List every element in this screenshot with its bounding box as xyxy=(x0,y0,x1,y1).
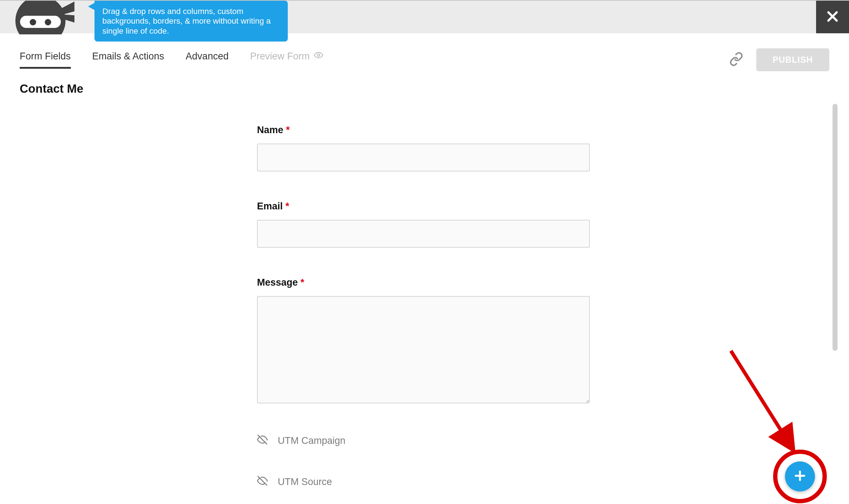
hidden-field-label: UTM Campaign xyxy=(278,435,345,446)
field-message[interactable]: Message * xyxy=(257,277,590,405)
tab-preview-form[interactable]: Preview Form xyxy=(250,50,324,69)
close-button[interactable] xyxy=(816,1,849,33)
form-title: Contact Me xyxy=(0,71,849,96)
required-marker: * xyxy=(286,125,290,135)
top-banner: Drag & drop rows and columns, custom bac… xyxy=(0,1,849,33)
tab-label: Advanced xyxy=(186,51,229,62)
svg-point-2 xyxy=(30,19,36,25)
plus-icon xyxy=(794,469,806,484)
publish-button[interactable]: PUBLISH xyxy=(756,48,829,71)
required-marker: * xyxy=(286,201,290,212)
close-icon xyxy=(825,9,840,25)
name-input[interactable] xyxy=(257,144,590,171)
link-icon[interactable] xyxy=(729,52,743,68)
tooltip-text: Drag & drop rows and columns, custom bac… xyxy=(102,7,271,35)
field-label: Message * xyxy=(257,277,590,288)
message-textarea[interactable] xyxy=(257,296,590,403)
svg-point-3 xyxy=(45,19,51,25)
tab-label: Preview Form xyxy=(250,51,310,62)
add-field-button[interactable] xyxy=(785,461,815,491)
form-canvas: Name * Email * Message * xyxy=(0,94,849,504)
eye-slash-icon xyxy=(257,434,268,447)
field-name[interactable]: Name * xyxy=(257,125,590,171)
hidden-field-utm-campaign[interactable]: UTM Campaign xyxy=(257,434,590,447)
nav-tabs: Form Fields Emails & Actions Advanced Pr… xyxy=(20,50,323,69)
publish-label: PUBLISH xyxy=(773,55,813,64)
email-input[interactable] xyxy=(257,220,590,248)
label-text: Email xyxy=(257,201,283,212)
label-text: Message xyxy=(257,277,298,288)
tab-advanced[interactable]: Advanced xyxy=(186,51,229,69)
svg-rect-1 xyxy=(20,16,61,28)
form-center: Name * Email * Message * xyxy=(257,125,590,504)
required-marker: * xyxy=(301,277,305,288)
hidden-field-utm-source[interactable]: UTM Source xyxy=(257,475,590,489)
field-label: Email * xyxy=(257,201,590,212)
tab-form-fields[interactable]: Form Fields xyxy=(20,51,71,69)
eye-icon xyxy=(314,50,323,62)
app-logo xyxy=(6,0,74,34)
tab-label: Emails & Actions xyxy=(92,51,164,62)
svg-point-6 xyxy=(317,54,320,57)
hidden-field-label: UTM Source xyxy=(278,476,332,488)
tab-label: Form Fields xyxy=(20,51,71,62)
tab-emails-actions[interactable]: Emails & Actions xyxy=(92,51,164,69)
label-text: Name xyxy=(257,125,283,135)
field-label: Name * xyxy=(257,125,590,136)
field-email[interactable]: Email * xyxy=(257,201,590,248)
eye-slash-icon xyxy=(257,475,268,489)
tooltip-bubble: Drag & drop rows and columns, custom bac… xyxy=(94,1,288,42)
